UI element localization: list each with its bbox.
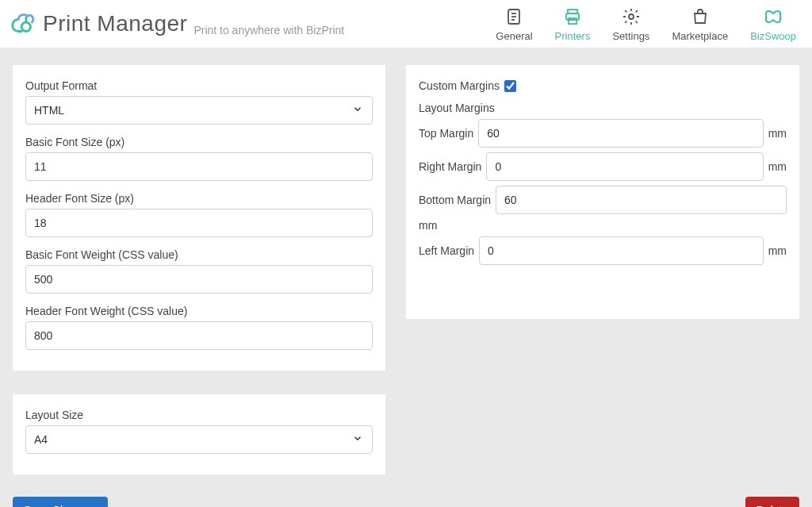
layout-size-label: Layout Size xyxy=(25,409,373,421)
custom-margins-label: Custom Margins xyxy=(419,79,500,92)
nav-general-label: General xyxy=(496,30,532,42)
unit-label: mm xyxy=(419,219,787,232)
top-margin-input[interactable] xyxy=(478,119,763,148)
footer: Save Changes Delete xyxy=(0,487,812,507)
header-font-weight-input[interactable] xyxy=(25,321,373,350)
nav-marketplace-label: Marketplace xyxy=(672,30,728,42)
layout-card: Layout Size A4 xyxy=(13,394,385,474)
header-font-size-input[interactable] xyxy=(25,209,373,237)
content: Output Format HTML Basic Font Size (px) … xyxy=(0,48,812,487)
custom-margins-checkbox[interactable] xyxy=(504,80,516,92)
document-icon xyxy=(504,6,524,27)
nav-printers-label: Printers xyxy=(555,30,591,42)
nav-bizswoop[interactable]: BizSwoop xyxy=(750,6,796,42)
gear-icon xyxy=(621,6,642,27)
nav-printers[interactable]: Printers xyxy=(555,6,591,42)
right-margin-label: Right Margin xyxy=(419,160,481,173)
nav-marketplace[interactable]: Marketplace xyxy=(672,6,728,42)
basic-font-weight-label: Basic Font Weight (CSS value) xyxy=(25,248,373,261)
layout-margins-title: Layout Margins xyxy=(419,102,787,114)
svg-point-0 xyxy=(21,22,30,31)
left-margin-input[interactable] xyxy=(479,236,764,265)
bizswoop-icon xyxy=(763,6,783,27)
svg-point-8 xyxy=(629,14,634,19)
tagline: Print to anywhere with BizPrint xyxy=(193,24,344,41)
header-font-weight-label: Header Font Weight (CSS value) xyxy=(25,305,373,317)
nav-bizswoop-label: BizSwoop xyxy=(750,30,796,42)
basic-font-size-input[interactable] xyxy=(25,152,373,181)
shopping-bag-icon xyxy=(690,6,710,27)
margins-card: Custom Margins Layout Margins Top Margin… xyxy=(406,65,799,319)
nav-settings[interactable]: Settings xyxy=(612,6,649,42)
nav-settings-label: Settings xyxy=(612,30,649,42)
nav-general[interactable]: General xyxy=(496,6,532,42)
save-button[interactable]: Save Changes xyxy=(13,497,108,507)
basic-font-weight-input[interactable] xyxy=(25,265,373,294)
app-title: Print Manager xyxy=(43,11,187,36)
left-margin-label: Left Margin xyxy=(419,244,474,257)
layout-size-select[interactable]: A4 xyxy=(25,425,373,454)
top-margin-label: Top Margin xyxy=(419,127,473,140)
logo-wrap: Print Manager xyxy=(8,9,187,39)
printer-icon xyxy=(562,6,583,27)
right-margin-input[interactable] xyxy=(486,152,763,181)
format-card: Output Format HTML Basic Font Size (px) … xyxy=(13,65,385,371)
output-format-label: Output Format xyxy=(25,79,373,92)
unit-label: mm xyxy=(768,244,787,257)
output-format-select[interactable]: HTML xyxy=(25,96,373,125)
unit-label: mm xyxy=(768,160,787,173)
bottom-margin-label: Bottom Margin xyxy=(419,194,491,206)
header-font-size-label: Header Font Size (px) xyxy=(25,192,373,205)
basic-font-size-label: Basic Font Size (px) xyxy=(25,136,373,148)
bottom-margin-input[interactable] xyxy=(496,186,787,214)
top-nav: General Printers Settings xyxy=(496,6,796,42)
logo-icon xyxy=(8,9,38,39)
app-header: Print Manager Print to anywhere with Biz… xyxy=(0,0,812,48)
unit-label: mm xyxy=(768,127,787,140)
svg-rect-7 xyxy=(569,18,576,24)
delete-button[interactable]: Delete xyxy=(745,497,799,507)
